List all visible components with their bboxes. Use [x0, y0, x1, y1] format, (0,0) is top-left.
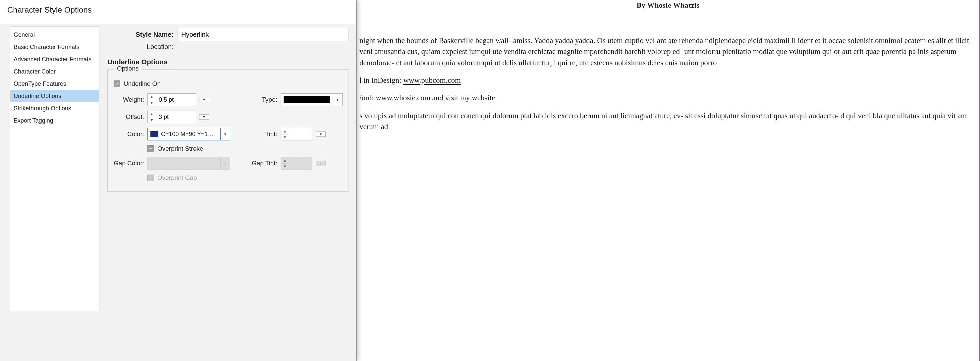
category-opentype-features[interactable]: OpenType Features [10, 78, 99, 90]
tint-label: Tint: [247, 130, 277, 138]
type-select[interactable]: ▾ [281, 94, 342, 106]
gap-color-select: ▾ [148, 157, 230, 170]
hyperlink-visit-my-website[interactable]: visit my website [445, 94, 495, 102]
tint-dropdown[interactable]: ▾ [316, 132, 326, 137]
app-stage: By Whosie Whatzis night when the hounds … [0, 0, 980, 361]
category-basic-character-formats[interactable]: Basic Character Formats [10, 41, 99, 53]
color-select[interactable]: C=100 M=90 Y=1… ▾ [148, 128, 230, 140]
text-run: and [432, 94, 445, 102]
text-run: . [495, 94, 497, 102]
category-general[interactable]: General [10, 29, 99, 41]
category-advanced-character-formats[interactable]: Advanced Character Formats [10, 53, 99, 65]
overprint-stroke-label: Overprint Stroke [158, 145, 203, 152]
style-name-input[interactable] [178, 28, 349, 41]
options-pane: Style Name: Location: Underline Options … [104, 27, 352, 355]
offset-spin[interactable]: ▲ ▼ [148, 111, 156, 123]
chevron-down-icon[interactable]: ▼ [148, 117, 156, 123]
color-value-text: C=100 M=90 Y=1… [161, 131, 214, 138]
weight-label: Weight: [114, 96, 144, 103]
weight-input[interactable] [156, 94, 196, 106]
dialog-title: Character Style Options [0, 0, 356, 24]
offset-input[interactable] [156, 111, 196, 123]
gap-tint-dropdown: ▾ [316, 161, 326, 166]
link-paragraph-2: /ord: www.whosie.com and visit my websit… [360, 92, 977, 103]
document-body: night when the hounds of Baskerville beg… [360, 12, 977, 132]
gap-tint-stepper: ▲ ▼ [281, 157, 312, 170]
chevron-down-icon[interactable]: ▼ [281, 134, 289, 140]
offset-dropdown[interactable]: ▾ [199, 114, 209, 119]
category-underline-options[interactable]: Underline Options [10, 90, 99, 102]
color-swatch-icon [150, 131, 158, 137]
type-dropdown[interactable]: ▾ [332, 94, 342, 106]
body-paragraph-1: night when the hounds of Baskerville beg… [360, 35, 977, 68]
options-legend: Options [114, 65, 141, 72]
chevron-up-icon[interactable]: ▲ [148, 111, 156, 117]
section-heading-underline-options: Underline Options [107, 58, 349, 66]
category-strikethrough-options[interactable]: Strikethrough Options [10, 102, 99, 115]
gap-tint-label: Gap Tint: [247, 160, 277, 167]
gap-color-label: Gap Color: [114, 160, 144, 167]
hyperlink-pubcom[interactable]: www.pubcom.com [403, 76, 461, 84]
underline-on-checkbox[interactable] [114, 81, 120, 87]
offset-label: Offset: [114, 113, 144, 121]
underline-on-label: Underline On [124, 80, 161, 87]
color-dropdown[interactable]: ▾ [220, 128, 230, 140]
chevron-down-icon[interactable]: ▼ [148, 100, 156, 106]
category-export-tagging[interactable]: Export Tagging [10, 115, 99, 127]
gap-tint-input [289, 157, 312, 170]
text-run: /ord: [360, 94, 376, 102]
tint-spin[interactable]: ▲ ▼ [281, 128, 289, 140]
tint-stepper[interactable]: ▲ ▼ [281, 128, 312, 140]
gap-color-dropdown: ▾ [220, 157, 230, 170]
color-label: Color: [114, 130, 144, 138]
overprint-stroke-checkbox[interactable] [148, 145, 154, 152]
style-name-label: Style Name: [107, 31, 173, 38]
category-character-color[interactable]: Character Color [10, 65, 99, 78]
weight-spin[interactable]: ▲ ▼ [148, 94, 156, 106]
chevron-up-icon[interactable]: ▲ [148, 94, 156, 100]
chevron-down-icon: ▼ [281, 164, 289, 170]
link-paragraph-1: l in InDesign: www.pubcom.com [360, 75, 977, 86]
weight-dropdown[interactable]: ▾ [199, 97, 209, 102]
overprint-gap-label: Overprint Gap [158, 174, 197, 181]
body-paragraph-2: s volupis ad moluptatem qui con conemqui… [360, 110, 977, 132]
gap-tint-spin: ▲ ▼ [281, 157, 289, 170]
overprint-gap-checkbox [148, 175, 154, 181]
hyperlink-whosie[interactable]: www.whosie.com [376, 94, 430, 102]
location-label: Location: [107, 43, 173, 51]
weight-stepper[interactable]: ▲ ▼ [148, 94, 196, 106]
text-run: l in InDesign: [360, 76, 403, 84]
byline: By Whosie Whatzis [360, 0, 977, 12]
category-list: General Basic Character Formats Advanced… [10, 27, 99, 311]
chevron-up-icon[interactable]: ▲ [281, 128, 289, 134]
chevron-up-icon: ▲ [281, 157, 289, 164]
type-label: Type: [247, 96, 277, 103]
tint-input[interactable] [289, 128, 312, 140]
document-preview: By Whosie Whatzis night when the hounds … [356, 0, 980, 361]
options-fieldset: Options Underline On Weight: ▲ ▼ [107, 69, 349, 192]
dialog-body: General Basic Character Formats Advanced… [0, 24, 356, 360]
offset-stepper[interactable]: ▲ ▼ [148, 111, 196, 123]
stroke-type-preview [283, 96, 330, 103]
character-style-options-dialog: Character Style Options General Basic Ch… [0, 0, 356, 361]
